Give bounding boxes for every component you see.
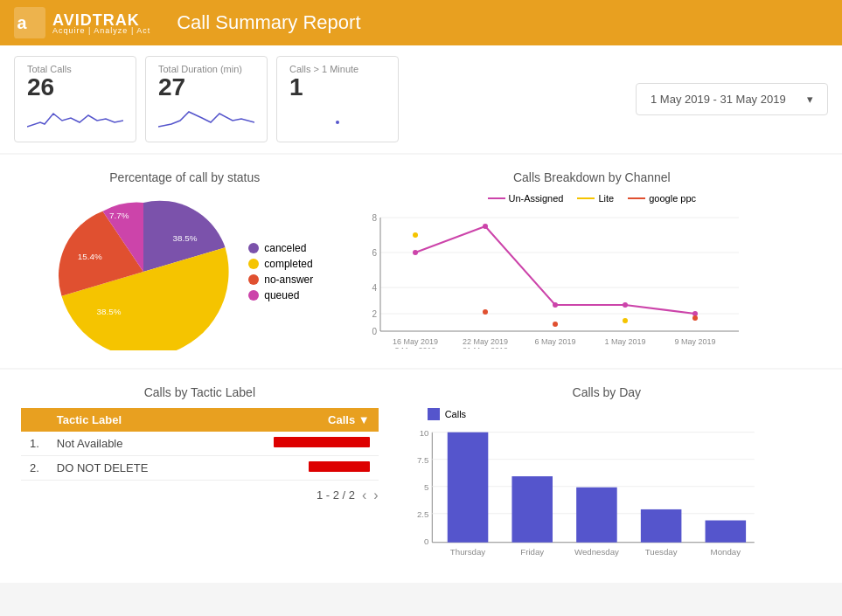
- svg-text:3 May 2019: 3 May 2019: [394, 346, 435, 349]
- line-chart-title: Calls Breakdown by Channel: [363, 170, 821, 184]
- svg-point-28: [483, 309, 488, 315]
- svg-text:15.4%: 15.4%: [78, 252, 102, 261]
- row-label: DO NOT DELETE: [48, 455, 210, 480]
- tactic-bar: [274, 437, 370, 447]
- legend-canceled: canceled: [248, 242, 313, 254]
- svg-rect-53: [576, 488, 617, 543]
- svg-rect-51: [511, 476, 553, 543]
- bar-chart-svg: 10 7.5 5 2.5 0 Thursday Friday Wednesday…: [393, 424, 769, 564]
- page-title: Call Summary Report: [177, 11, 360, 34]
- tactic-table-title: Calls by Tactic Label: [21, 385, 379, 399]
- row-num: 1.: [21, 432, 48, 456]
- total-calls-sparkline: [27, 105, 123, 135]
- pie-area: 38.5% 38.5% 15.4% 7.7% canceled: [21, 193, 349, 350]
- svg-text:2: 2: [372, 309, 377, 319]
- bottom-row: Calls by Tactic Label Tactic Label Calls…: [0, 370, 842, 583]
- svg-text:Monday: Monday: [710, 547, 741, 557]
- svg-rect-55: [640, 509, 681, 543]
- row-num: 2.: [21, 455, 48, 480]
- date-range-arrow: ▾: [807, 93, 813, 106]
- svg-text:22 May 2019: 22 May 2019: [463, 337, 508, 346]
- charts-row: Percentage of call by status 38.5% 38.5%…: [0, 155, 842, 368]
- calls-1min-value: 1: [289, 74, 386, 101]
- row-bar: [210, 432, 379, 456]
- legend-label-queued: queued: [264, 289, 299, 301]
- logo-area: a AVIDTRAK Acquire | Analyze | Act: [14, 7, 150, 38]
- bar-legend-dot: [428, 408, 440, 420]
- svg-text:7.7%: 7.7%: [109, 210, 129, 219]
- svg-point-2: [336, 121, 339, 124]
- svg-point-29: [553, 322, 558, 327]
- svg-text:6: 6: [372, 248, 377, 258]
- pie-legend: canceled completed no-answer queued: [248, 242, 313, 301]
- row-bar: [210, 455, 379, 480]
- total-calls-value: 26: [27, 74, 123, 101]
- tactic-table-body: 1. Not Available 2. DO NOT DELETE: [21, 432, 379, 481]
- pagination-prev[interactable]: ‹: [362, 488, 366, 503]
- bar-chart-title: Calls by Day: [393, 385, 821, 399]
- svg-text:8: 8: [372, 213, 377, 223]
- col-tactic-label[interactable]: Tactic Label: [48, 408, 210, 432]
- svg-text:0: 0: [372, 327, 377, 336]
- table-row: 2. DO NOT DELETE: [21, 455, 379, 480]
- svg-point-27: [623, 318, 628, 323]
- logo-icon: a: [14, 7, 45, 38]
- col-num: [21, 408, 48, 432]
- pie-chart-title: Percentage of call by status: [21, 170, 349, 184]
- calls-1min-label: Calls > 1 Minute: [289, 64, 386, 74]
- svg-point-23: [553, 302, 558, 308]
- svg-text:38.5%: 38.5%: [97, 307, 122, 316]
- bar-chart-panel: Calls by Day Calls 10 7.5 5 2.5 0 Thursd…: [386, 378, 828, 574]
- svg-point-22: [483, 224, 488, 229]
- legend-no-answer: no-answer: [248, 273, 313, 286]
- total-calls-card: Total Calls 26: [14, 56, 136, 142]
- pie-chart-panel: Percentage of call by status 38.5% 38.5%…: [14, 163, 356, 359]
- bar-legend-label: Calls: [445, 409, 466, 419]
- svg-point-24: [623, 302, 628, 308]
- svg-text:Friday: Friday: [520, 547, 544, 557]
- svg-text:0: 0: [424, 536, 429, 545]
- logo-sub: Acquire | Analyze | Act: [52, 26, 150, 35]
- legend-lite: Lite: [577, 193, 614, 204]
- svg-text:2.5: 2.5: [417, 509, 428, 518]
- legend-dot-completed: [248, 259, 259, 269]
- legend-dot-no-answer: [248, 274, 259, 285]
- table-row: 1. Not Available: [21, 432, 379, 456]
- legend-completed: completed: [248, 258, 313, 270]
- tactic-table-header: Tactic Label Calls ▼: [21, 408, 379, 432]
- svg-point-21: [413, 250, 418, 255]
- svg-rect-57: [705, 520, 746, 542]
- date-range-selector[interactable]: 1 May 2019 - 31 May 2019 ▾: [636, 83, 828, 115]
- legend-unassigned: Un-Assigned: [488, 193, 564, 204]
- calls-1min-card: Calls > 1 Minute 1: [276, 56, 399, 142]
- header: a AVIDTRAK Acquire | Analyze | Act Call …: [0, 0, 842, 45]
- svg-text:6 May 2019: 6 May 2019: [534, 337, 575, 346]
- line-chart-panel: Calls Breakdown by Channel Un-Assigned L…: [356, 163, 828, 359]
- svg-text:Wednesday: Wednesday: [574, 547, 619, 557]
- svg-rect-49: [447, 432, 488, 542]
- date-range-value: 1 May 2019 - 31 May 2019: [651, 93, 786, 106]
- svg-text:7.5: 7.5: [417, 454, 428, 464]
- col-calls[interactable]: Calls ▼: [210, 408, 379, 432]
- svg-text:1 May 2019: 1 May 2019: [604, 337, 645, 346]
- svg-point-26: [413, 232, 418, 238]
- tactic-table-panel: Calls by Tactic Label Tactic Label Calls…: [14, 378, 386, 574]
- legend-label-canceled: canceled: [264, 242, 306, 254]
- svg-text:a: a: [17, 13, 28, 32]
- svg-text:4: 4: [372, 283, 377, 293]
- legend-google-ppc: google ppc: [628, 193, 696, 204]
- total-duration-sparkline: [158, 105, 254, 135]
- summary-row: Total Calls 26 Total Duration (min) 27 C…: [0, 45, 842, 153]
- line-chart-svg: 8 6 4 2 0: [363, 209, 748, 349]
- pagination-next[interactable]: ›: [373, 488, 378, 503]
- svg-text:21 May 2019: 21 May 2019: [463, 346, 508, 349]
- legend-label-completed: completed: [264, 258, 312, 270]
- svg-text:10: 10: [419, 427, 428, 437]
- pagination-text: 1 - 2 / 2: [317, 488, 355, 502]
- svg-text:5: 5: [424, 481, 428, 491]
- tactic-bar: [309, 461, 370, 472]
- bar-legend: Calls: [428, 408, 821, 420]
- row-label: Not Available: [48, 432, 210, 456]
- legend-dot-canceled: [248, 243, 259, 253]
- svg-text:Thursday: Thursday: [449, 547, 485, 557]
